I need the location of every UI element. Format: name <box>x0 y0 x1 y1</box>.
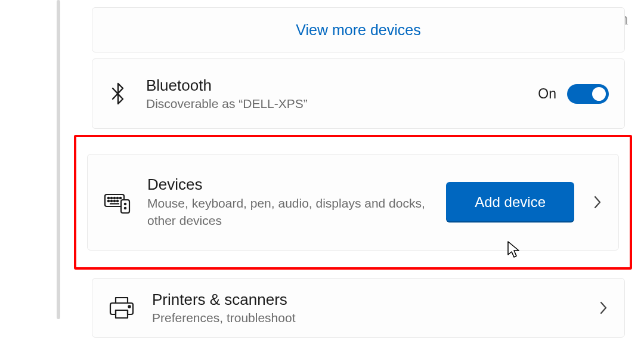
svg-rect-11 <box>121 200 129 213</box>
svg-point-8 <box>114 200 115 202</box>
cursor-icon <box>506 240 522 262</box>
svg-point-16 <box>128 305 130 307</box>
svg-point-7 <box>111 200 112 202</box>
chevron-right-icon[interactable] <box>592 193 603 211</box>
svg-point-5 <box>120 197 121 199</box>
bluetooth-text: Bluetooth Discoverable as “DELL-XPS” <box>146 76 538 110</box>
svg-point-4 <box>117 197 118 199</box>
bluetooth-toggle-label: On <box>538 86 556 102</box>
printers-text: Printers & scanners Preferences, trouble… <box>152 291 598 325</box>
add-device-button[interactable]: Add device <box>446 182 574 223</box>
bluetooth-row[interactable]: Bluetooth Discoverable as “DELL-XPS” On <box>92 58 625 129</box>
bluetooth-toggle[interactable] <box>567 84 609 104</box>
view-more-label: View more devices <box>296 21 420 39</box>
svg-point-6 <box>108 200 109 202</box>
printer-icon <box>108 294 135 322</box>
scrollbar-track[interactable] <box>57 0 60 319</box>
settings-content: View more devices Bluetooth Discoverable… <box>92 7 625 343</box>
bluetooth-subtitle: Discoverable as “DELL-XPS” <box>146 97 538 111</box>
svg-point-9 <box>117 200 118 202</box>
devices-text: Devices Mouse, keyboard, pen, audio, dis… <box>147 175 446 229</box>
bluetooth-title: Bluetooth <box>146 76 538 95</box>
devices-subtitle: Mouse, keyboard, pen, audio, displays an… <box>147 195 446 229</box>
devices-row[interactable]: Devices Mouse, keyboard, pen, audio, dis… <box>87 154 619 251</box>
svg-rect-15 <box>116 310 128 318</box>
svg-point-2 <box>111 197 112 199</box>
printers-subtitle: Preferences, troubleshoot <box>152 311 598 325</box>
highlight-annotation: Devices Mouse, keyboard, pen, audio, dis… <box>74 135 632 270</box>
svg-point-12 <box>125 203 126 205</box>
bluetooth-toggle-group: On <box>538 84 609 104</box>
bluetooth-icon <box>108 80 128 107</box>
view-more-devices-button[interactable]: View more devices <box>92 7 625 52</box>
chevron-right-icon[interactable] <box>598 299 609 317</box>
svg-rect-14 <box>116 298 128 303</box>
printers-row[interactable]: Printers & scanners Preferences, trouble… <box>92 278 625 338</box>
printers-title: Printers & scanners <box>152 291 598 309</box>
svg-point-13 <box>125 208 126 209</box>
svg-point-1 <box>108 197 109 199</box>
svg-point-3 <box>114 197 115 199</box>
devices-title: Devices <box>147 175 446 194</box>
devices-icon <box>103 188 132 217</box>
